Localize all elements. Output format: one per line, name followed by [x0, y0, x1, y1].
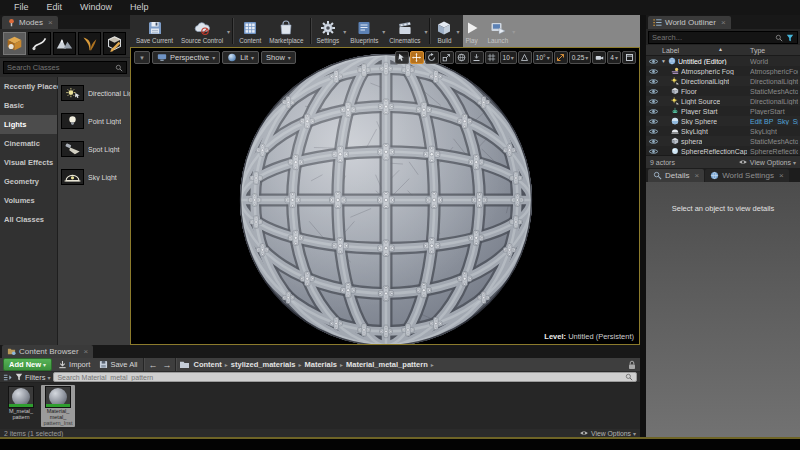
- eye-icon[interactable]: [648, 98, 659, 105]
- outliner-column-header[interactable]: Label ▲ Type: [646, 45, 800, 56]
- outliner-row-untitled-editor[interactable]: ▼Untitled (Editor)World: [646, 56, 800, 66]
- category-volumes[interactable]: Volumes: [0, 191, 57, 210]
- eye-icon[interactable]: [648, 58, 659, 65]
- outliner-row-skylight[interactable]: SkyLightSkyLight: [646, 126, 800, 136]
- menu-file[interactable]: File: [6, 0, 37, 15]
- surface-snap-toggle[interactable]: [470, 51, 484, 64]
- breadcrumb-materials[interactable]: Materials: [304, 360, 337, 369]
- outliner-row-spherereflectioncapture[interactable]: SphereReflectionCaptureSphereReflectionC…: [646, 146, 800, 155]
- close-icon[interactable]: ×: [721, 18, 726, 27]
- expand-arrow-icon[interactable]: ▼: [661, 58, 666, 64]
- breadcrumb-content[interactable]: Content: [193, 360, 221, 369]
- camera-speed-value[interactable]: 4▾: [607, 51, 621, 64]
- close-icon[interactable]: ×: [84, 347, 89, 356]
- translate-tool[interactable]: [410, 51, 424, 64]
- camera-speed[interactable]: [592, 51, 606, 64]
- content-browser-view-options[interactable]: View Options ▾: [579, 430, 636, 437]
- rotation-snap-toggle-value[interactable]: 10°▾: [533, 51, 553, 64]
- eye-icon[interactable]: [648, 68, 659, 75]
- asset-tile[interactable]: Material_metal_pattern_Inst: [41, 385, 75, 427]
- menu-help[interactable]: Help: [122, 0, 157, 15]
- breadcrumb-material-metal-pattern[interactable]: Material_metal_pattern: [346, 360, 428, 369]
- modes-search[interactable]: [3, 61, 127, 74]
- cinematics-button[interactable]: Cinematics▾: [385, 19, 427, 44]
- placeable-spot-light[interactable]: Spot Light?: [58, 135, 130, 163]
- category-all-classes[interactable]: All Classes: [0, 210, 57, 229]
- content-browser-search[interactable]: [53, 372, 637, 382]
- placeable-directional-light[interactable]: Directional Light?: [58, 79, 130, 107]
- outliner-row-atmospheric-fog[interactable]: Atmospheric FogAtmosphericFog: [646, 66, 800, 76]
- grid-snap-toggle-value[interactable]: 10▾: [500, 51, 517, 64]
- outliner-row-sky-sphere[interactable]: Sky SphereEdit BP_Sky_Sph...: [646, 116, 800, 126]
- forward-button[interactable]: →: [161, 360, 172, 370]
- outliner-row-light-source[interactable]: Light SourceDirectionalLight: [646, 96, 800, 106]
- launch-button[interactable]: Launch▾: [484, 19, 516, 44]
- save-current-button[interactable]: Save Current: [132, 19, 177, 44]
- eye-icon[interactable]: [648, 78, 659, 85]
- breadcrumb-stylized-materials[interactable]: stylized_materials: [231, 360, 296, 369]
- content-button[interactable]: Content: [235, 19, 265, 44]
- add-new-button[interactable]: Add New ▾: [3, 358, 52, 371]
- type-column-header[interactable]: Type: [750, 47, 765, 54]
- outliner-search[interactable]: [648, 31, 798, 44]
- outliner-row-directionallight[interactable]: DirectionalLightDirectionalLight: [646, 76, 800, 86]
- outliner-row-sphera[interactable]: spheraStaticMeshActor: [646, 136, 800, 146]
- viewport[interactable]: ▼ Perspective ▾ Lit ▾ Show ▾ 10▾10°▾0.25…: [130, 47, 640, 345]
- tab-modes[interactable]: Modes ×: [2, 16, 58, 29]
- scale-snap-toggle-value[interactable]: 0.25▾: [569, 51, 592, 64]
- outliner-row-floor[interactable]: FloorStaticMeshActor: [646, 86, 800, 96]
- category-geometry[interactable]: Geometry: [0, 172, 57, 191]
- marketplace-button[interactable]: Marketplace: [265, 19, 307, 44]
- blueprints-button[interactable]: Blueprints▾: [346, 19, 385, 44]
- label-column-header[interactable]: Label: [662, 47, 679, 54]
- eye-icon[interactable]: [648, 138, 659, 145]
- modes-search-input[interactable]: [7, 63, 112, 72]
- play-button[interactable]: Play: [460, 19, 484, 44]
- scale-snap-toggle[interactable]: [554, 51, 568, 64]
- import-button[interactable]: Import: [55, 360, 93, 369]
- tab-world-outliner[interactable]: World Outliner ×: [648, 16, 731, 29]
- menu-edit[interactable]: Edit: [39, 0, 71, 15]
- menu-window[interactable]: Window: [72, 0, 120, 15]
- viewport-options-button[interactable]: ▼: [134, 51, 150, 64]
- eye-icon[interactable]: [648, 118, 659, 125]
- settings-button[interactable]: Settings▾: [313, 19, 347, 44]
- maximize-viewport[interactable]: [622, 51, 636, 64]
- grid-snap-toggle[interactable]: [485, 51, 499, 64]
- category-lights[interactable]: Lights: [0, 115, 57, 134]
- category-visual-effects[interactable]: Visual Effects: [0, 153, 57, 172]
- show-button[interactable]: Show ▾: [261, 51, 296, 64]
- eye-icon[interactable]: [648, 148, 659, 155]
- tab-content-browser[interactable]: Content Browser ×: [2, 345, 93, 358]
- actor-type-link[interactable]: Edit BP_Sky_Sph...: [750, 118, 798, 125]
- landscape-mode-button[interactable]: [53, 32, 76, 55]
- folder-icon[interactable]: [179, 360, 190, 369]
- rotation-snap-toggle[interactable]: [518, 51, 532, 64]
- close-icon[interactable]: ×: [694, 171, 699, 180]
- outliner-search-input[interactable]: [652, 33, 772, 42]
- build-button[interactable]: Build▾: [432, 19, 459, 44]
- rotate-tool[interactable]: [425, 51, 439, 64]
- eye-icon[interactable]: [648, 108, 659, 115]
- placeable-sky-light[interactable]: Sky Light?: [58, 163, 130, 191]
- tab-details[interactable]: Details×: [648, 169, 704, 182]
- lock-icon[interactable]: [627, 360, 637, 370]
- sources-panel-icon[interactable]: [3, 373, 12, 382]
- world-space-toggle[interactable]: [455, 51, 469, 64]
- outliner-view-options[interactable]: View Options ▾: [738, 159, 796, 166]
- content-browser-search-input[interactable]: [57, 374, 622, 381]
- close-icon[interactable]: ×: [48, 18, 53, 27]
- paint-mode-button[interactable]: [28, 32, 51, 55]
- eye-icon[interactable]: [648, 88, 659, 95]
- scale-tool[interactable]: [440, 51, 454, 64]
- asset-tile[interactable]: M_metal_pattern: [4, 385, 38, 421]
- close-icon[interactable]: ×: [779, 171, 784, 180]
- placeable-point-light[interactable]: Point Light?: [58, 107, 130, 135]
- perspective-button[interactable]: Perspective ▾: [152, 51, 220, 64]
- lit-mode-button[interactable]: Lit ▾: [222, 51, 259, 64]
- eye-icon[interactable]: [648, 128, 659, 135]
- source-control-button[interactable]: Source Control▾: [177, 19, 230, 44]
- select-tool[interactable]: [395, 51, 409, 64]
- tab-world-settings[interactable]: World Settings×: [705, 169, 789, 182]
- foliage-mode-button[interactable]: [78, 32, 101, 55]
